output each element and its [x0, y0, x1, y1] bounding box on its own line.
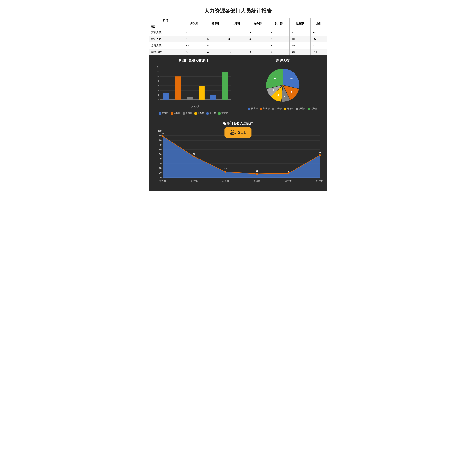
col-total: 总计 — [311, 18, 327, 29]
pie-container: 10534310 — [241, 65, 324, 106]
cell-0-4: 2 — [268, 29, 289, 36]
total-value: 211 — [238, 130, 246, 135]
pie-chart-title: 新进人数 — [241, 58, 324, 63]
svg-text:6: 6 — [158, 85, 159, 87]
bar-legend-item-1: 销售部 — [171, 112, 180, 115]
bar-chart-svg: 02468101214离职人数 — [154, 65, 233, 109]
svg-point-55 — [162, 135, 164, 137]
bar-legend-item-4: 设计部 — [206, 112, 216, 115]
bar-legend-item-5: 运营部 — [218, 112, 228, 115]
svg-text:60: 60 — [159, 148, 162, 151]
svg-rect-19 — [175, 76, 181, 100]
svg-text:45: 45 — [193, 153, 195, 155]
bar-chart-legend: 开发部销售部人事部财务部设计部运营部 — [152, 112, 235, 115]
svg-text:20: 20 — [159, 167, 162, 170]
svg-text:3: 3 — [284, 94, 285, 97]
svg-rect-23 — [222, 72, 228, 100]
cell-3-1: 45 — [205, 49, 226, 55]
cell-2-3: 10 — [247, 42, 268, 49]
svg-rect-18 — [163, 93, 169, 100]
svg-point-70 — [319, 154, 321, 156]
svg-text:运营部: 运营部 — [316, 179, 324, 182]
cell-2-6: 210 — [311, 42, 327, 49]
report-title: 人力资源各部门人员统计报告 — [149, 8, 327, 15]
report-container: 人力资源各部门人员统计报告 部门 项目 开发部 销售部 人事部 财务部 设计部 … — [149, 8, 327, 191]
svg-text:5: 5 — [291, 90, 292, 93]
svg-text:开发部: 开发部 — [159, 179, 166, 182]
svg-text:人事部: 人事部 — [222, 179, 229, 182]
cell-2-2: 10 — [226, 42, 247, 49]
cell-1-5: 10 — [289, 36, 311, 42]
svg-text:财务部: 财务部 — [254, 179, 261, 182]
cell-0-1: 10 — [205, 29, 226, 36]
svg-text:2: 2 — [158, 94, 159, 96]
svg-text:70: 70 — [159, 144, 162, 146]
svg-text:0: 0 — [158, 98, 159, 101]
charts-row: 各部门离职人数统计 02468101214离职人数 开发部销售部人事部财务部设计… — [149, 55, 327, 118]
pie-legend-item-0: 开发部 — [248, 107, 258, 110]
data-table: 部门 项目 开发部 销售部 人事部 财务部 设计部 运营部 总计 离职人数310… — [149, 18, 327, 55]
pie-chart-legend: 开发部销售部人事部财务部设计部运营部 — [241, 107, 324, 110]
cell-3-2: 12 — [226, 49, 247, 55]
svg-text:3: 3 — [272, 89, 274, 92]
svg-text:89: 89 — [161, 132, 164, 135]
cell-0-5: 12 — [289, 29, 311, 36]
pie-legend-item-1: 销售部 — [260, 107, 270, 110]
total-badge: 总: 211 — [224, 127, 251, 138]
row-label-1: 新进人数 — [149, 36, 184, 42]
col-yunying: 运营部 — [289, 18, 311, 29]
cell-0-2: 1 — [226, 29, 247, 36]
area-chart-panel: 各部门现有人员统计 总: 211 01020304050607080901008… — [149, 118, 327, 191]
svg-text:40: 40 — [159, 158, 162, 160]
cell-0-6: 34 — [311, 29, 327, 36]
svg-text:80: 80 — [159, 139, 162, 142]
col-renshi: 人事部 — [226, 18, 247, 29]
svg-text:10: 10 — [159, 171, 162, 174]
cell-1-1: 5 — [205, 36, 226, 42]
cell-1-6: 35 — [311, 36, 327, 42]
pie-chart-svg: 10534310 — [257, 65, 309, 106]
row-label-0: 离职人数 — [149, 29, 184, 36]
cell-2-4: 8 — [268, 42, 289, 49]
bar-legend-item-3: 财务部 — [195, 112, 204, 115]
svg-text:销售部: 销售部 — [190, 179, 198, 182]
bar-chart-panel: 各部门离职人数统计 02468101214离职人数 开发部销售部人事部财务部设计… — [149, 55, 238, 118]
svg-text:10: 10 — [290, 77, 293, 80]
svg-text:设计部: 设计部 — [285, 179, 292, 182]
pie-legend-item-3: 财务部 — [284, 107, 294, 110]
cell-0-0: 3 — [184, 29, 205, 36]
col-sheji: 设计部 — [268, 18, 289, 29]
total-label: 总: — [230, 130, 237, 135]
svg-point-64 — [256, 173, 258, 175]
cell-3-0: 89 — [184, 49, 205, 55]
svg-text:12: 12 — [224, 168, 227, 171]
row-label-2: 原有人数 — [149, 42, 184, 49]
pie-legend-item-4: 设计部 — [296, 107, 305, 110]
svg-text:48: 48 — [319, 151, 321, 154]
svg-point-67 — [287, 172, 289, 174]
cell-0-3: 6 — [247, 29, 268, 36]
svg-text:12: 12 — [157, 71, 159, 73]
svg-text:14: 14 — [157, 66, 159, 68]
svg-text:10: 10 — [157, 75, 159, 78]
col-header-left: 项目 — [150, 25, 155, 28]
cell-1-2: 3 — [226, 36, 247, 42]
svg-text:离职人数: 离职人数 — [191, 105, 200, 108]
bar-chart-title: 各部门离职人数统计 — [152, 58, 235, 63]
area-chart-title: 各部门现有人员统计 — [152, 121, 324, 125]
pie-legend-item-2: 人事部 — [272, 107, 282, 110]
cell-1-0: 10 — [184, 36, 205, 42]
svg-rect-21 — [199, 86, 205, 100]
svg-text:0: 0 — [160, 176, 162, 179]
cell-1-3: 4 — [247, 36, 268, 42]
diagonal-header: 部门 项目 — [149, 18, 184, 29]
cell-2-5: 50 — [289, 42, 311, 49]
pie-chart-panel: 新进人数 10534310 开发部销售部人事部财务部设计部运营部 — [238, 55, 327, 118]
cell-3-5: 48 — [289, 49, 311, 55]
cell-3-3: 8 — [247, 49, 268, 55]
cell-3-6: 211 — [311, 49, 327, 55]
col-header-top: 部门 — [163, 19, 168, 22]
cell-2-0: 82 — [184, 42, 205, 49]
cell-1-4: 3 — [268, 36, 289, 42]
svg-text:10: 10 — [273, 77, 276, 80]
